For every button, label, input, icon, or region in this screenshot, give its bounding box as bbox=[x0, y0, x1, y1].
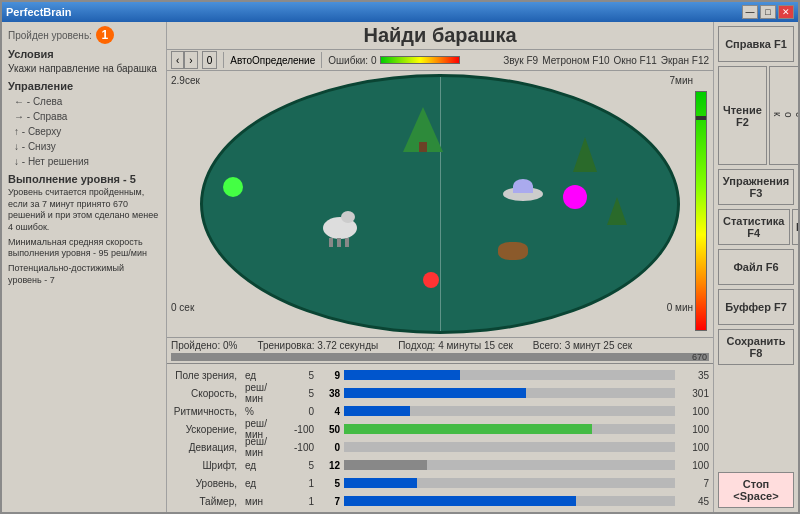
game-area: 2.9сек 7мин bbox=[167, 71, 713, 337]
toolbar-nav: ‹ › bbox=[171, 51, 198, 69]
conditions-text: Укажи направление на барашка bbox=[8, 62, 160, 76]
game-title: Найди барашка bbox=[173, 24, 707, 47]
stat-max-7: 45 bbox=[679, 496, 709, 507]
stat-unit-2: % bbox=[245, 406, 275, 417]
stat-min-1: 5 bbox=[279, 388, 314, 399]
reading-section: Чтение F2 Список bbox=[718, 66, 794, 165]
level-exec-title: Выполнение уровня - 5 bbox=[8, 173, 160, 185]
sound-btn[interactable]: Звук F9 bbox=[503, 55, 538, 66]
stat-bar-6 bbox=[344, 478, 417, 488]
stat-bar-bg-0[interactable] bbox=[344, 370, 675, 380]
ctrl-right: → - Справа bbox=[8, 109, 160, 124]
magenta-circle-obj bbox=[563, 185, 587, 209]
stat-value-1: 38 bbox=[318, 388, 340, 399]
stat-bar-2 bbox=[344, 406, 410, 416]
title-bar-controls: — □ ✕ bbox=[742, 5, 794, 19]
toolbar-sep2 bbox=[321, 52, 322, 68]
stat-unit-7: мин bbox=[245, 496, 275, 507]
ctrl-none: ↓ - Нет решения bbox=[8, 154, 160, 169]
green-circle-obj bbox=[223, 177, 243, 197]
stat-bar-bg-3[interactable] bbox=[344, 424, 675, 434]
stat-name-6: Уровень, bbox=[171, 478, 241, 489]
game-header: Найди барашка bbox=[167, 22, 713, 49]
stats-panel: Поле зрения, ед 5 9 35 Скорость, реш/мин… bbox=[167, 363, 713, 512]
stat-min-6: 1 bbox=[279, 478, 314, 489]
file-btn[interactable]: Файл F6 bbox=[718, 249, 794, 285]
stat-min-5: 5 bbox=[279, 460, 314, 471]
reading-btn[interactable]: Чтение F2 bbox=[718, 66, 767, 165]
stat-name-5: Шрифт, bbox=[171, 460, 241, 471]
buffer-btn[interactable]: Буффер F7 bbox=[718, 289, 794, 325]
stat-bar-5 bbox=[344, 460, 427, 470]
stat-name-1: Скорость, bbox=[171, 388, 241, 399]
errors-label: Ошибки: 0 bbox=[328, 55, 376, 66]
stat-max-3: 100 bbox=[679, 424, 709, 435]
stat-unit-6: ед bbox=[245, 478, 275, 489]
sec-top-label: 2.9сек bbox=[171, 75, 200, 86]
stats-btn[interactable]: Статистика F4 bbox=[718, 209, 790, 245]
stat-row-3: Ускорение, реш/мин -100 50 100 bbox=[171, 421, 709, 437]
stat-bar-7 bbox=[344, 496, 576, 506]
level-badge: 1 bbox=[96, 26, 114, 44]
oval-scene[interactable] bbox=[200, 74, 680, 334]
stat-value-0: 9 bbox=[318, 370, 340, 381]
title-bar-left: PerfectBrain bbox=[6, 6, 71, 18]
stat-name-7: Таймер, bbox=[171, 496, 241, 507]
spacer bbox=[718, 369, 794, 468]
exercises-btn[interactable]: Упражнения F3 bbox=[718, 169, 794, 205]
center-panel: Найди барашка ‹ › 0 АвтоОпределение Ошиб… bbox=[167, 22, 713, 512]
stat-value-2: 4 bbox=[318, 406, 340, 417]
close-btn[interactable]: ✕ bbox=[778, 5, 794, 19]
stat-max-4: 100 bbox=[679, 442, 709, 453]
minimize-btn[interactable]: — bbox=[742, 5, 758, 19]
screen-btn[interactable]: Экран F12 bbox=[661, 55, 709, 66]
stat-max-0: 35 bbox=[679, 370, 709, 381]
pine-tree1 bbox=[573, 137, 597, 172]
stat-row-0: Поле зрения, ед 5 9 35 bbox=[171, 367, 709, 383]
stat-unit-5: ед bbox=[245, 460, 275, 471]
stat-row-4: Девиация, реш/мин -100 0 100 bbox=[171, 439, 709, 455]
auto-label: АвтоОпределение bbox=[230, 55, 315, 66]
stat-value-6: 5 bbox=[318, 478, 340, 489]
window-btn[interactable]: Окно F11 bbox=[614, 55, 657, 66]
stat-value-5: 12 bbox=[318, 460, 340, 471]
passed-pct: Пройдено: 0% bbox=[171, 340, 237, 351]
stat-bar-bg-7[interactable] bbox=[344, 496, 675, 506]
maximize-btn[interactable]: □ bbox=[760, 5, 776, 19]
metro-btn[interactable]: Метроном F10 bbox=[542, 55, 609, 66]
stat-bar-bg-6[interactable] bbox=[344, 478, 675, 488]
toolbar-right: Звук F9 Метроном F10 Окно F11 Экран F12 bbox=[503, 55, 709, 66]
stat-name-4: Девиация, bbox=[171, 442, 241, 453]
list-label: Список bbox=[769, 66, 798, 165]
nav-prev-btn[interactable]: ‹ bbox=[171, 51, 184, 69]
brown-shape-obj bbox=[498, 242, 528, 260]
stat-bar-bg-5[interactable] bbox=[344, 460, 675, 470]
time-bottom-label: 0 мин bbox=[667, 302, 693, 313]
approach-text: Подход: 4 минуты 15 сек bbox=[398, 340, 513, 351]
app-title: PerfectBrain bbox=[6, 6, 71, 18]
stat-name-0: Поле зрения, bbox=[171, 370, 241, 381]
error-indicator bbox=[380, 56, 460, 64]
stat-row-7: Таймер, мин 1 7 45 bbox=[171, 493, 709, 509]
progress-area: Пройдено: 0% Тренировка: 3.72 секунды По… bbox=[167, 337, 713, 363]
stat-bar-bg-4[interactable] bbox=[344, 442, 675, 452]
stat-unit-1: реш/мин bbox=[245, 382, 275, 404]
stat-bar-bg-2[interactable] bbox=[344, 406, 675, 416]
sheep-obj bbox=[323, 217, 357, 239]
stat-unit-0: ед bbox=[245, 370, 275, 381]
stat-max-1: 301 bbox=[679, 388, 709, 399]
main-content: Пройден уровень: 1 Условия Укажи направл… bbox=[2, 22, 798, 512]
red-circle-obj bbox=[423, 272, 439, 288]
stat-bar-bg-1[interactable] bbox=[344, 388, 675, 398]
stop-btn[interactable]: Стоп <Space> bbox=[718, 472, 794, 508]
zero-btn[interactable]: 0 bbox=[202, 51, 218, 69]
save-btn[interactable]: Сохранить F8 bbox=[718, 329, 794, 365]
stat-name-2: Ритмичность, bbox=[171, 406, 241, 417]
stat-min-0: 5 bbox=[279, 370, 314, 381]
nav-next-btn[interactable]: › bbox=[184, 51, 197, 69]
stat-value-4: 0 bbox=[318, 442, 340, 453]
f5-btn[interactable]: F5 bbox=[792, 209, 799, 245]
help-btn[interactable]: Справка F1 bbox=[718, 26, 794, 62]
stat-min-4: -100 bbox=[279, 442, 314, 453]
progress-bar-container: 670 bbox=[171, 353, 709, 361]
